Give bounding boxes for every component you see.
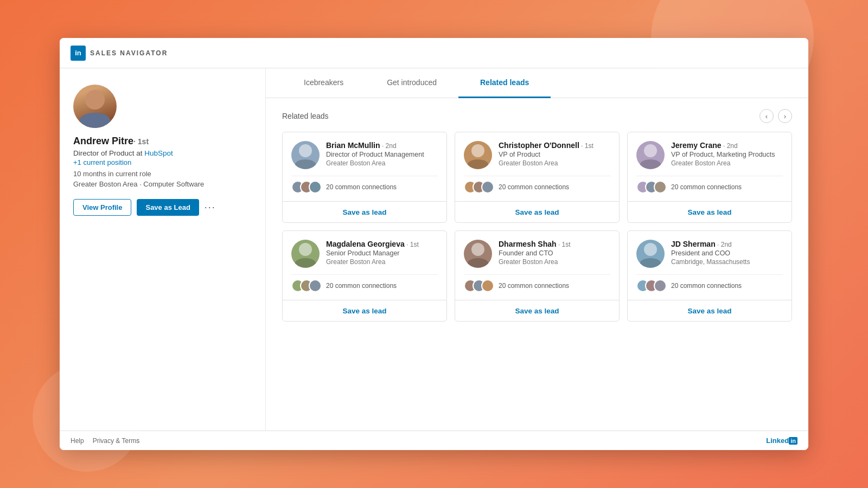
footer-brand: Linkedin — [766, 436, 797, 445]
lead-card: Dharmesh Shah · 1st Founder and CTO Grea… — [455, 230, 620, 322]
lead-connections: 20 common connections — [291, 176, 438, 196]
lead-role: VP of Product — [499, 151, 593, 158]
help-link[interactable]: Help — [71, 437, 84, 445]
save-as-lead-button[interactable]: Save as lead — [288, 307, 441, 315]
lead-card-footer: Save as lead — [455, 300, 619, 321]
save-as-lead-button[interactable]: Save as lead — [288, 208, 441, 216]
sidebar: Andrew Pitre· 1st Director of Product at… — [60, 68, 266, 431]
header: in SALES NAVIGATOR — [60, 38, 808, 68]
lead-name: Dharmesh Shah · 1st — [499, 240, 571, 248]
profile-location: Greater Boston Area · Computer Software — [73, 180, 252, 188]
save-as-lead-button[interactable]: Save as lead — [461, 307, 614, 315]
lead-top: JD Sherman · 2nd President and COO Cambr… — [636, 240, 783, 268]
conn-avatar-3 — [309, 181, 322, 194]
main-content: Andrew Pitre· 1st Director of Product at… — [60, 68, 808, 431]
nav-arrows: ‹ › — [760, 109, 792, 123]
lead-top: Christopher O'Donnell · 1st VP of Produc… — [464, 141, 610, 169]
linkedin-logo: in SALES NAVIGATOR — [71, 46, 168, 61]
lead-card-body: Magdalena Georgieva · 1st Senior Product… — [283, 231, 446, 300]
lead-top: Jeremy Crane · 2nd VP of Product, Market… — [636, 141, 783, 169]
linkedin-icon: in — [71, 46, 86, 61]
lead-location: Greater Boston Area — [499, 258, 571, 266]
lead-top: Brian McMullin · 2nd Director of Product… — [291, 141, 438, 169]
tab-icebreakers[interactable]: Icebreakers — [282, 68, 365, 98]
lead-avatar — [464, 240, 492, 268]
lead-card: Magdalena Georgieva · 1st Senior Product… — [282, 230, 447, 322]
lead-location: Greater Boston Area — [326, 258, 419, 266]
conn-avatar-3 — [654, 181, 667, 194]
lead-info: Dharmesh Shah · 1st Founder and CTO Grea… — [499, 240, 571, 268]
more-options-button[interactable]: ··· — [205, 202, 216, 213]
lead-card-body: Christopher O'Donnell · 1st VP of Produc… — [455, 132, 619, 201]
right-panel: Icebreakers Get introduced Related leads… — [266, 68, 808, 431]
conn-text: 20 common connections — [671, 282, 742, 290]
footer: Help Privacy & Terms Linkedin — [60, 431, 808, 450]
lead-connections: 20 common connections — [291, 274, 438, 294]
lead-name: JD Sherman · 2nd — [671, 240, 750, 248]
lead-card: Brian McMullin · 2nd Director of Product… — [282, 132, 447, 223]
lead-location: Greater Boston Area — [671, 159, 775, 167]
lead-card-body: JD Sherman · 2nd President and COO Cambr… — [628, 231, 792, 300]
conn-avatar-3 — [309, 279, 322, 292]
lead-card-footer: Save as lead — [283, 300, 446, 321]
lead-avatar — [636, 141, 665, 169]
avatar — [73, 85, 117, 128]
lead-top: Magdalena Georgieva · 1st Senior Product… — [291, 240, 438, 268]
save-as-lead-button[interactable]: Save as lead — [633, 307, 786, 315]
lead-card-footer: Save as lead — [628, 201, 792, 222]
save-lead-button[interactable]: Save as Lead — [137, 199, 199, 216]
tab-related-leads[interactable]: Related leads — [458, 68, 551, 98]
lead-name: Christopher O'Donnell · 1st — [499, 141, 593, 150]
profile-actions: View Profile Save as Lead ··· — [73, 199, 252, 216]
lead-card-body: Jeremy Crane · 2nd VP of Product, Market… — [628, 132, 792, 201]
profile-position: +1 current position — [73, 158, 252, 166]
lead-degree: · 2nd — [380, 142, 397, 150]
conn-text: 20 common connections — [499, 282, 569, 290]
lead-top: Dharmesh Shah · 1st Founder and CTO Grea… — [464, 240, 610, 268]
profile-title: Director of Product at HubSpot — [73, 149, 252, 157]
lead-card-body: Dharmesh Shah · 1st Founder and CTO Grea… — [455, 231, 619, 300]
conn-avatar-3 — [654, 279, 667, 292]
lead-role: VP of Product, Marketing Products — [671, 151, 775, 158]
lead-info: Christopher O'Donnell · 1st VP of Produc… — [499, 141, 593, 169]
profile-name: Andrew Pitre· 1st — [73, 136, 252, 147]
lead-avatar — [291, 240, 320, 268]
lead-name: Magdalena Georgieva · 1st — [326, 240, 419, 248]
nav-prev-button[interactable]: ‹ — [760, 109, 774, 123]
connection-avatars — [636, 279, 667, 292]
lead-card: Jeremy Crane · 2nd VP of Product, Market… — [627, 132, 792, 223]
lead-card: JD Sherman · 2nd President and COO Cambr… — [627, 230, 792, 322]
conn-text: 20 common connections — [326, 183, 397, 191]
profile-tenure: 10 months in current role — [73, 170, 252, 178]
save-as-lead-button[interactable]: Save as lead — [633, 208, 786, 216]
footer-links: Help Privacy & Terms — [71, 437, 139, 445]
conn-text: 20 common connections — [326, 282, 397, 290]
nav-next-button[interactable]: › — [778, 109, 792, 123]
lead-degree: · 1st — [579, 142, 593, 150]
tabs: Icebreakers Get introduced Related leads — [266, 68, 808, 98]
view-profile-button[interactable]: View Profile — [73, 199, 131, 216]
lead-info: Brian McMullin · 2nd Director of Product… — [326, 141, 424, 169]
connection-avatars — [291, 181, 322, 194]
lead-location: Greater Boston Area — [499, 159, 593, 167]
leads-grid: Brian McMullin · 2nd Director of Product… — [282, 132, 792, 322]
connection-avatars — [636, 181, 667, 194]
company-link[interactable]: HubSpot — [144, 149, 173, 157]
lead-card-footer: Save as lead — [455, 201, 619, 222]
main-window: in SALES NAVIGATOR Andrew Pitre· 1st Dir… — [60, 38, 808, 450]
lead-avatar — [636, 240, 665, 268]
conn-avatar-3 — [481, 181, 494, 194]
lead-role: Founder and CTO — [499, 249, 571, 257]
related-leads-panel: Related leads ‹ › Brian McMullin · 2nd D… — [266, 98, 808, 431]
section-title: Related leads — [282, 112, 329, 120]
tab-get-introduced[interactable]: Get introduced — [365, 68, 458, 98]
save-as-lead-button[interactable]: Save as lead — [461, 208, 614, 216]
brand-name: SALES NAVIGATOR — [90, 49, 168, 57]
lead-info: JD Sherman · 2nd President and COO Cambr… — [671, 240, 750, 268]
lead-card-footer: Save as lead — [283, 201, 446, 222]
lead-info: Jeremy Crane · 2nd VP of Product, Market… — [671, 141, 775, 169]
privacy-link[interactable]: Privacy & Terms — [93, 437, 139, 445]
avatar-wrap — [73, 85, 252, 128]
lead-connections: 20 common connections — [464, 176, 610, 196]
conn-avatar-3 — [481, 279, 494, 292]
